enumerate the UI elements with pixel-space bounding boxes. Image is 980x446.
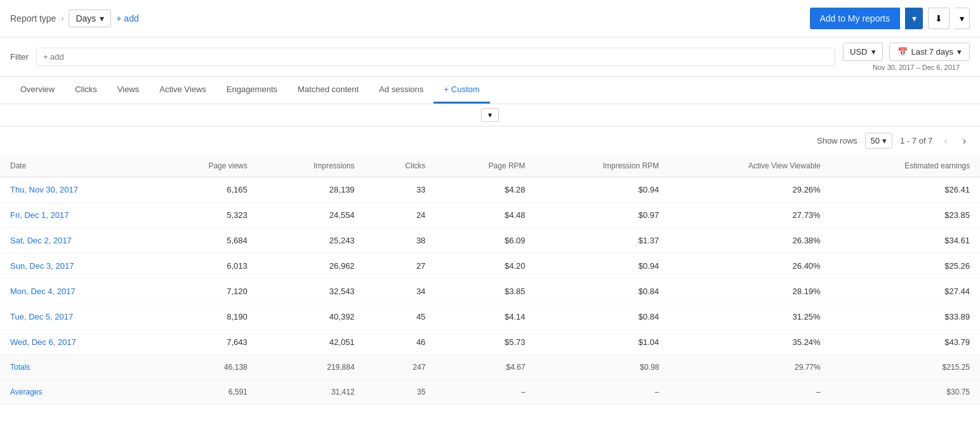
tab-clicks[interactable]: Clicks [65,77,107,104]
cell-impression-rpm: $1.37 [536,228,670,253]
data-table: Date Page views Impressions Clicks Page … [0,155,980,405]
averages-impressions: 31,412 [258,380,365,405]
cell-active-view: 31.25% [669,304,830,330]
totals-impression-rpm: $0.98 [536,355,670,380]
days-label: Days [76,13,96,24]
pagination-info: 1 - 7 of 7 [900,136,932,145]
cell-date[interactable]: Tue, Dec 5, 2017 [0,304,154,330]
cell-active-view: 26.38% [669,228,830,253]
currency-dropdown[interactable]: USD ▾ [843,43,882,61]
tab-views[interactable]: Views [107,77,149,104]
cell-impression-rpm: $1.04 [536,330,670,355]
cell-date[interactable]: Sun, Dec 3, 2017 [0,253,154,279]
cell-page-rpm: $4.48 [435,203,535,228]
cell-clicks: 34 [365,279,436,304]
download-button[interactable]: ⬇ [928,8,950,29]
chevron-down-icon: ▾ [960,13,964,24]
download-dropdown-button[interactable]: ▾ [955,8,970,29]
report-type-label: Report type [10,13,56,24]
cell-clicks: 46 [365,330,436,355]
tab-custom-label: Custom [451,84,480,94]
cell-active-view: 26.40% [669,253,830,279]
add-to-reports-button[interactable]: Add to My reports [810,8,901,29]
col-impression-rpm[interactable]: Impression RPM [536,155,670,177]
cell-impressions: 40,392 [258,304,365,330]
col-earnings[interactable]: Estimated earnings [831,155,980,177]
averages-page-views: 6,591 [154,380,258,405]
cell-date[interactable]: Sat, Dec 2, 2017 [0,228,154,253]
rows-per-page-dropdown[interactable]: 50 ▾ [865,133,892,149]
averages-active-view: – [669,380,830,405]
cell-clicks: 33 [365,177,436,203]
cell-clicks: 27 [365,253,436,279]
chevron-down-icon: ▾ [882,136,887,145]
col-page-rpm[interactable]: Page RPM [435,155,535,177]
col-clicks[interactable]: Clicks [365,155,436,177]
tabs-container: Overview Clicks Views Active Views Engag… [0,77,980,104]
col-page-views[interactable]: Page views [154,155,258,177]
date-range-label: Last 7 days [911,47,954,57]
table-row: Sat, Dec 2, 2017 5,684 25,243 38 $6.09 $… [0,228,980,253]
totals-label: Totals [0,355,154,380]
days-dropdown[interactable]: Days ▾ [69,10,111,27]
totals-active-view: 29.77% [669,355,830,380]
add-link[interactable]: + add [116,13,138,24]
cell-earnings: $26.41 [831,177,980,203]
table-row: Wed, Dec 6, 2017 7,643 42,051 46 $5.73 $… [0,330,980,355]
chart-area: ▾ [0,104,980,126]
cell-page-views: 8,190 [154,304,258,330]
tab-ad-sessions[interactable]: Ad sessions [369,77,434,104]
averages-row: Averages 6,591 31,412 35 – – – $30.75 [0,380,980,405]
chevron-down-icon: ▾ [100,13,104,24]
cell-page-rpm: $3.85 [435,279,535,304]
top-section-right: USD ▾ 📅 Last 7 days ▾ Nov 30, 2017 – Dec… [843,43,970,71]
filter-input-wrapper [36,48,835,66]
col-impressions[interactable]: Impressions [258,155,365,177]
averages-clicks: 35 [365,380,436,405]
tab-custom[interactable]: + Custom [434,77,489,104]
totals-earnings: $215.25 [831,355,980,380]
cell-page-rpm: $4.14 [435,304,535,330]
averages-page-rpm: – [435,380,535,405]
chart-toggle-button[interactable]: ▾ [481,108,499,122]
cell-date[interactable]: Thu, Nov 30, 2017 [0,177,154,203]
date-range-button[interactable]: 📅 Last 7 days ▾ [889,43,970,61]
col-date[interactable]: Date [0,155,154,177]
cell-impressions: 25,243 [258,228,365,253]
prev-page-button[interactable]: ‹ [940,134,951,148]
currency-date-controls: USD ▾ 📅 Last 7 days ▾ [843,43,970,61]
cell-date[interactable]: Fri, Dec 1, 2017 [0,203,154,228]
cell-earnings: $23.85 [831,203,980,228]
tab-matched-content[interactable]: Matched content [288,77,369,104]
cell-page-views: 5,323 [154,203,258,228]
cell-page-views: 6,165 [154,177,258,203]
col-active-view[interactable]: Active View Viewable [669,155,830,177]
cell-date[interactable]: Wed, Dec 6, 2017 [0,330,154,355]
averages-impression-rpm: – [536,380,670,405]
tab-engagements[interactable]: Engagements [216,77,288,104]
cell-active-view: 28.19% [669,279,830,304]
chevron-down-icon: ▾ [957,47,962,57]
table-row: Fri, Dec 1, 2017 5,323 24,554 24 $4.48 $… [0,203,980,228]
filter-input[interactable] [43,52,828,62]
cell-earnings: $27.44 [831,279,980,304]
chevron-down-icon: ▾ [871,47,876,57]
cell-date[interactable]: Mon, Dec 4, 2017 [0,279,154,304]
next-page-button[interactable]: › [959,134,970,148]
add-to-reports-dropdown-button[interactable]: ▾ [905,8,923,29]
filter-label: Filter [10,52,29,62]
totals-impressions: 219,884 [258,355,365,380]
table-header-row: Date Page views Impressions Clicks Page … [0,155,980,177]
table-row: Sun, Dec 3, 2017 6,013 26,962 27 $4.20 $… [0,253,980,279]
cell-impression-rpm: $0.94 [536,177,670,203]
cell-page-rpm: $6.09 [435,228,535,253]
tab-overview[interactable]: Overview [10,77,65,104]
tab-active-views[interactable]: Active Views [149,77,216,104]
cell-clicks: 24 [365,203,436,228]
cell-impression-rpm: $0.94 [536,253,670,279]
table-row: Thu, Nov 30, 2017 6,165 28,139 33 $4.28 … [0,177,980,203]
custom-plus-icon: + [444,84,449,94]
table-row: Mon, Dec 4, 2017 7,120 32,543 34 $3.85 $… [0,279,980,304]
cell-clicks: 45 [365,304,436,330]
cell-page-views: 7,120 [154,279,258,304]
